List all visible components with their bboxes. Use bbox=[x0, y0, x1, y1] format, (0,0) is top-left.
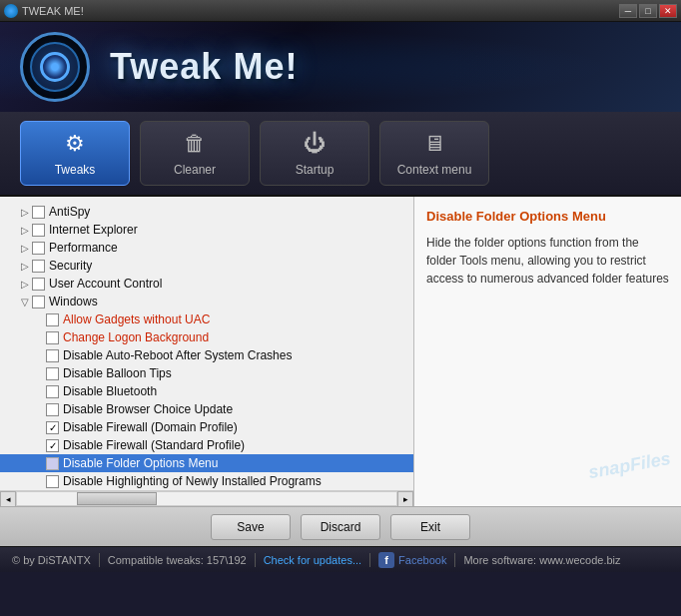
tree-item-bluetooth[interactable]: ▷ Disable Bluetooth bbox=[0, 382, 413, 400]
label-ie: Internet Explorer bbox=[49, 223, 138, 237]
tree-item-security[interactable]: ▷ Security bbox=[0, 257, 413, 275]
startup-icon: ⏻ bbox=[304, 131, 326, 157]
footer-more-software: More software: www.wecode.biz bbox=[463, 554, 620, 566]
tab-context-label: Context menu bbox=[397, 163, 472, 177]
checkbox-security[interactable] bbox=[32, 260, 45, 273]
nav-tabs: ⚙ Tweaks 🗑 Cleaner ⏻ Startup 🖥 Context m… bbox=[0, 112, 681, 197]
tree-scroll[interactable]: ▷ AntiSpy ▷ Internet Explorer ▷ Performa… bbox=[0, 197, 413, 490]
tree-item-auto-reboot[interactable]: ▷ Disable Auto-Reboot After System Crash… bbox=[0, 346, 413, 364]
label-fw-domain: Disable Firewall (Domain Profile) bbox=[63, 420, 238, 434]
tree-panel: ▷ AntiSpy ▷ Internet Explorer ▷ Performa… bbox=[0, 197, 414, 506]
tree-item-antispy[interactable]: ▷ AntiSpy bbox=[0, 203, 413, 221]
main-content: ▷ AntiSpy ▷ Internet Explorer ▷ Performa… bbox=[0, 197, 681, 506]
tree-item-change-logon[interactable]: ▷ Change Logon Background bbox=[0, 328, 413, 346]
title-bar-controls: ─ □ ✕ bbox=[619, 4, 677, 18]
label-windows: Windows bbox=[49, 295, 98, 308]
tab-tweaks-label: Tweaks bbox=[55, 163, 96, 177]
app-logo bbox=[20, 32, 90, 102]
title-bar: TWEAK ME! ─ □ ✕ bbox=[0, 0, 681, 22]
expander-uac[interactable]: ▷ bbox=[18, 277, 32, 291]
scroll-right[interactable]: ▸ bbox=[397, 491, 413, 507]
footer-compatible: Compatible tweaks: 157\192 bbox=[108, 554, 247, 566]
tab-context-menu[interactable]: 🖥 Context menu bbox=[379, 121, 489, 186]
header: Tweak Me! bbox=[0, 22, 681, 112]
footer-credit: © by DiSTANTX bbox=[12, 554, 91, 566]
checkbox-browser-choice[interactable] bbox=[46, 403, 59, 416]
maximize-button[interactable]: □ bbox=[639, 4, 657, 18]
tab-cleaner-label: Cleaner bbox=[174, 163, 216, 177]
checkbox-performance[interactable] bbox=[32, 242, 45, 255]
discard-button[interactable]: Discard bbox=[301, 514, 380, 540]
facebook-icon: f bbox=[378, 552, 394, 568]
checkbox-fw-domain[interactable] bbox=[46, 421, 59, 434]
label-balloon: Disable Balloon Tips bbox=[63, 366, 172, 380]
tree-item-browser-choice[interactable]: ▷ Disable Browser Choice Update bbox=[0, 400, 413, 418]
label-security: Security bbox=[49, 259, 92, 273]
checkbox-antispy[interactable] bbox=[32, 206, 45, 219]
checkbox-allow-gadgets[interactable] bbox=[46, 313, 59, 326]
tab-cleaner[interactable]: 🗑 Cleaner bbox=[140, 121, 250, 186]
tree-item-ie[interactable]: ▷ Internet Explorer bbox=[0, 221, 413, 239]
tree-hscrollbar: ◂ ▸ bbox=[0, 490, 413, 506]
checkbox-uac[interactable] bbox=[32, 278, 45, 291]
label-highlighting: Disable Highlighting of Newly Installed … bbox=[63, 474, 322, 488]
title-bar-label: TWEAK ME! bbox=[22, 5, 84, 17]
checkbox-fw-standard[interactable] bbox=[46, 439, 59, 452]
hscroll-track[interactable] bbox=[16, 491, 397, 506]
label-allow-gadgets: Allow Gadgets without UAC bbox=[63, 312, 210, 326]
checkbox-windows[interactable] bbox=[32, 296, 45, 308]
label-performance: Performance bbox=[49, 241, 118, 255]
tree-item-fw-domain[interactable]: ▷ Disable Firewall (Domain Profile) bbox=[0, 418, 413, 436]
context-icon: 🖥 bbox=[423, 131, 445, 157]
exit-button[interactable]: Exit bbox=[390, 514, 470, 540]
scroll-left[interactable]: ◂ bbox=[0, 491, 16, 507]
watermark: snapFiles bbox=[587, 448, 672, 483]
label-fw-standard: Disable Firewall (Standard Profile) bbox=[63, 438, 245, 452]
checkbox-balloon[interactable] bbox=[46, 367, 59, 380]
app-title: Tweak Me! bbox=[110, 46, 298, 88]
checkbox-auto-reboot[interactable] bbox=[46, 349, 59, 362]
tree-item-highlighting[interactable]: ▷ Disable Highlighting of Newly Installe… bbox=[0, 472, 413, 490]
label-bluetooth: Disable Bluetooth bbox=[63, 384, 157, 398]
info-description: Hide the folder options function from th… bbox=[426, 234, 669, 288]
tree-item-windows[interactable]: ▽ Windows bbox=[0, 293, 413, 310]
expander-antispy[interactable]: ▷ bbox=[18, 205, 32, 219]
app-icon bbox=[4, 4, 18, 18]
tree-item-fw-standard[interactable]: ▷ Disable Firewall (Standard Profile) bbox=[0, 436, 413, 454]
info-panel: Disable Folder Options Menu Hide the fol… bbox=[414, 197, 681, 506]
tab-tweaks[interactable]: ⚙ Tweaks bbox=[20, 121, 130, 186]
tab-startup-label: Startup bbox=[296, 163, 335, 177]
minimize-button[interactable]: ─ bbox=[619, 4, 637, 18]
expander-security[interactable]: ▷ bbox=[18, 259, 32, 273]
bottom-buttons: Save Discard Exit bbox=[0, 506, 681, 546]
expander-performance[interactable]: ▷ bbox=[18, 241, 32, 255]
close-button[interactable]: ✕ bbox=[659, 4, 677, 18]
checkbox-highlighting[interactable] bbox=[46, 475, 59, 488]
checkbox-bluetooth[interactable] bbox=[46, 385, 59, 398]
check-updates-link[interactable]: Check for updates... bbox=[264, 554, 361, 566]
hscroll-thumb[interactable] bbox=[77, 492, 157, 505]
title-bar-left: TWEAK ME! bbox=[4, 4, 84, 18]
tab-startup[interactable]: ⏻ Startup bbox=[260, 121, 369, 186]
expander-windows[interactable]: ▽ bbox=[18, 295, 32, 308]
tweaks-icon: ⚙ bbox=[65, 131, 85, 157]
tree-item-performance[interactable]: ▷ Performance bbox=[0, 239, 413, 257]
facebook-section[interactable]: f Facebook bbox=[378, 552, 446, 568]
label-antispy: AntiSpy bbox=[49, 205, 90, 219]
expander-ie[interactable]: ▷ bbox=[18, 223, 32, 237]
label-auto-reboot: Disable Auto-Reboot After System Crashes bbox=[63, 348, 292, 362]
tree-item-allow-gadgets[interactable]: ▷ Allow Gadgets without UAC bbox=[0, 310, 413, 328]
checkbox-ie[interactable] bbox=[32, 224, 45, 237]
footer: © by DiSTANTX Compatible tweaks: 157\192… bbox=[0, 546, 681, 572]
tree-item-folder-options[interactable]: ▷ Disable Folder Options Menu bbox=[0, 454, 413, 472]
tree-item-uac[interactable]: ▷ User Account Control bbox=[0, 275, 413, 293]
label-change-logon: Change Logon Background bbox=[63, 330, 209, 344]
facebook-label: Facebook bbox=[398, 554, 446, 566]
label-uac: User Account Control bbox=[49, 277, 162, 291]
tree-item-balloon[interactable]: ▷ Disable Balloon Tips bbox=[0, 364, 413, 382]
save-button[interactable]: Save bbox=[211, 514, 291, 540]
checkbox-folder-options[interactable] bbox=[46, 457, 59, 470]
label-folder-options: Disable Folder Options Menu bbox=[63, 456, 218, 470]
cleaner-icon: 🗑 bbox=[184, 131, 206, 157]
checkbox-change-logon[interactable] bbox=[46, 331, 59, 344]
